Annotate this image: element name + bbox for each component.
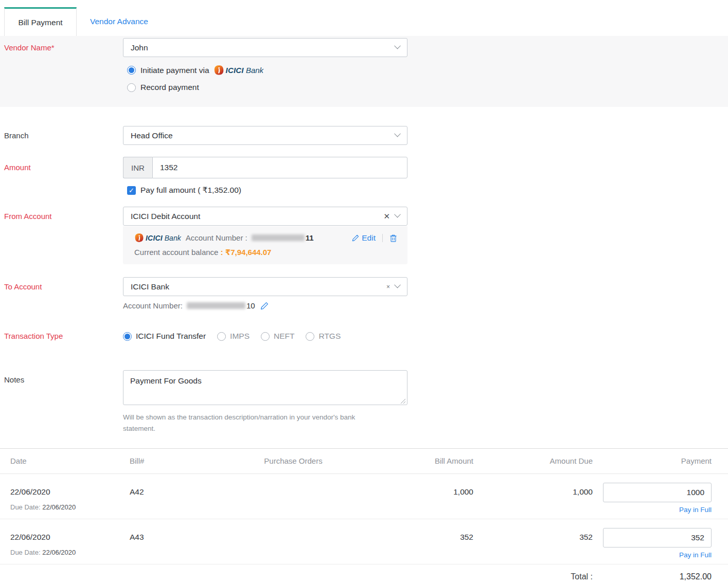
bill-amount: 352: [365, 528, 473, 559]
vendor-name-label: Vendor Name*: [0, 38, 123, 52]
to-account-select-value: ICICI Bank: [131, 282, 169, 291]
icici-wordmark: ICICI: [226, 66, 244, 75]
notes-helper-text: Will be shown as the transaction descrip…: [123, 412, 385, 435]
tab-vendor-advance-label: Vendor Advance: [90, 17, 148, 26]
transaction-type-label: Transaction Type: [0, 326, 123, 340]
branch-label: Branch: [0, 126, 123, 140]
icici-bank-logo: ICICI Bank: [134, 233, 181, 243]
account-number-redacted: [252, 234, 305, 241]
pencil-icon: [352, 234, 359, 242]
icici-mark-icon: [134, 233, 144, 243]
bill-amount: 1,000: [365, 483, 473, 514]
bills-table: Date Bill# Purchase Orders Bill Amount A…: [0, 448, 728, 584]
radio-imps[interactable]: [217, 332, 226, 341]
account-number-label: Account Number :: [186, 233, 247, 242]
chevron-down-icon: [394, 282, 401, 288]
clear-icon[interactable]: ×: [386, 284, 390, 290]
clear-icon[interactable]: ✕: [383, 212, 390, 220]
edit-to-account-button[interactable]: [260, 302, 269, 310]
icici-wordmark: ICICI: [146, 234, 163, 242]
from-account-details-panel: ICICI Bank Account Number : 11 Edit: [123, 226, 407, 264]
amount-due: 352: [473, 528, 593, 559]
branch-select[interactable]: Head Office: [123, 126, 407, 145]
from-account-select-value: ICICI Debit Account: [131, 212, 200, 221]
bill-date: 22/06/2020: [10, 528, 130, 542]
bill-date: 22/06/2020: [10, 483, 130, 497]
tab-bill-payment-label: Bill Payment: [18, 18, 62, 27]
radio-neft-label: NEFT: [274, 332, 294, 341]
purchase-orders-cell: [221, 528, 365, 559]
balance-value: ₹7,94,644.07: [225, 248, 272, 257]
bill-number: A42: [130, 483, 221, 514]
chevron-down-icon: [394, 211, 401, 218]
divider: [382, 234, 383, 242]
header-amount-due: Amount Due: [473, 457, 593, 465]
initiate-payment-label: Initiate payment via: [140, 66, 209, 75]
balance-separator: :: [221, 248, 223, 257]
due-date-label: Due Date:: [10, 503, 41, 511]
payment-amount-input[interactable]: [603, 483, 712, 502]
pay-in-full-link[interactable]: Pay in Full: [593, 506, 712, 514]
total-value: 1,352.00: [593, 572, 712, 581]
icici-mark-icon: [214, 65, 224, 76]
trash-icon: [389, 234, 397, 242]
account-number-redacted: [187, 302, 245, 309]
to-account-number-suffix: 10: [246, 301, 255, 310]
total-label: Total :: [473, 572, 593, 581]
radio-rtgs[interactable]: [306, 332, 314, 341]
header-purchase-orders: Purchase Orders: [221, 457, 365, 465]
from-account-label: From Account: [0, 207, 123, 221]
to-account-select[interactable]: ICICI Bank ×: [123, 277, 407, 296]
amount-input[interactable]: [152, 157, 407, 178]
to-account-number-label: Account Number:: [123, 301, 183, 310]
amount-due: 1,000: [473, 483, 593, 514]
vendor-section: Vendor Name* John Initiate payment via: [0, 36, 728, 107]
notes-textarea[interactable]: [123, 370, 407, 405]
header-date: Date: [10, 457, 130, 465]
vendor-select-value: John: [131, 43, 148, 52]
purchase-orders-cell: [221, 483, 365, 514]
due-date-label: Due Date:: [10, 549, 41, 556]
icici-bank-word: Bank: [165, 234, 181, 242]
amount-label: Amount: [0, 157, 123, 172]
radio-imps-label: IMPS: [230, 332, 250, 341]
chevron-down-icon: [394, 43, 401, 49]
tab-bar: Bill Payment Vendor Advance: [0, 0, 728, 36]
record-payment-radio[interactable]: [127, 83, 136, 92]
to-account-label: To Account: [0, 277, 123, 291]
currency-code: INR: [123, 157, 152, 178]
table-row: 22/06/2020 Due Date: 22/06/2020 A43 352 …: [0, 519, 728, 564]
edit-account-button[interactable]: Edit: [352, 233, 376, 243]
pay-full-amount-checkbox[interactable]: ✓: [127, 186, 136, 195]
icici-bank-logo: ICICI Bank: [214, 65, 264, 76]
tab-bill-payment[interactable]: Bill Payment: [4, 7, 77, 36]
radio-neft[interactable]: [261, 332, 270, 341]
branch-select-value: Head Office: [131, 131, 173, 140]
account-number-suffix: 11: [306, 233, 314, 242]
payment-amount-input[interactable]: [603, 528, 712, 548]
pay-in-full-link[interactable]: Pay in Full: [593, 551, 712, 559]
balance-label: Current account balance: [134, 248, 218, 257]
initiate-payment-radio[interactable]: [127, 66, 136, 75]
edit-label: Edit: [362, 233, 376, 243]
bill-number: A43: [130, 528, 221, 559]
table-row: 22/06/2020 Due Date: 22/06/2020 A42 1,00…: [0, 474, 728, 519]
radio-rtgs-label: RTGS: [318, 332, 341, 341]
header-bill-number: Bill#: [130, 457, 221, 465]
radio-icici-fund-transfer[interactable]: [123, 332, 132, 341]
radio-icici-fund-transfer-label: ICICI Fund Transfer: [136, 332, 206, 341]
record-payment-label: Record payment: [140, 83, 199, 92]
tab-vendor-advance[interactable]: Vendor Advance: [77, 7, 162, 36]
from-account-select[interactable]: ICICI Debit Account ✕: [123, 207, 407, 226]
header-bill-amount: Bill Amount: [365, 457, 473, 465]
bills-table-header: Date Bill# Purchase Orders Bill Amount A…: [0, 449, 728, 474]
notes-label: Notes: [0, 370, 123, 384]
due-date-value: 22/06/2020: [42, 549, 76, 556]
pencil-icon: [260, 302, 269, 310]
vendor-select[interactable]: John: [123, 38, 407, 57]
icici-bank-word: Bank: [246, 66, 263, 75]
chevron-down-icon: [394, 131, 401, 137]
header-payment: Payment: [593, 457, 712, 465]
due-date-value: 22/06/2020: [42, 503, 76, 511]
delete-account-button[interactable]: [389, 234, 397, 242]
